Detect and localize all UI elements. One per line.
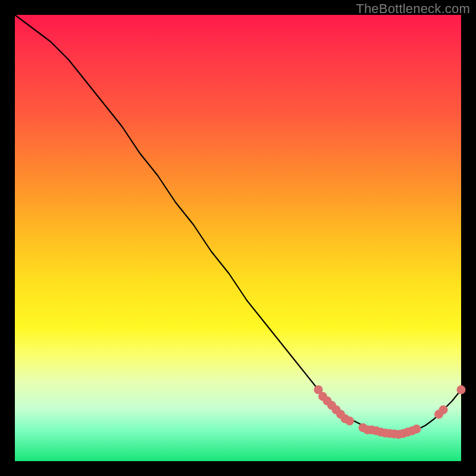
chart-marker (457, 386, 466, 394)
watermark-text: TheBottleneck.com (356, 1, 470, 17)
chart-stage: TheBottleneck.com (0, 0, 476, 476)
chart-marker (345, 416, 354, 425)
chart-svg (15, 15, 461, 461)
chart-curve (15, 15, 461, 434)
chart-markers-layer (314, 386, 466, 439)
chart-marker (439, 405, 448, 414)
chart-line-layer (15, 15, 461, 434)
chart-plot-area (15, 15, 461, 461)
chart-marker (412, 425, 421, 434)
